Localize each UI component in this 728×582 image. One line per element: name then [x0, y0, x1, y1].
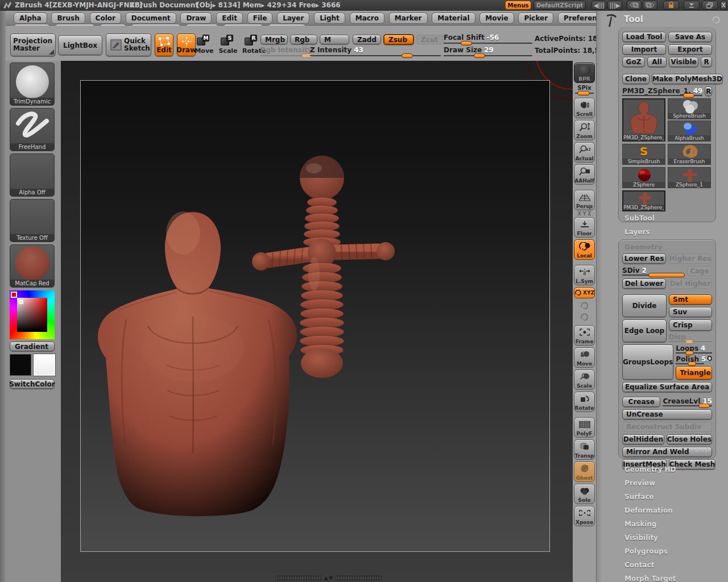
move-mode-icon[interactable]: M	[197, 35, 209, 45]
load-tool-button[interactable]: Load Tool	[622, 32, 666, 42]
bpr-button[interactable]: BPR	[574, 63, 595, 83]
scale-mode-label[interactable]: Scale	[218, 47, 238, 55]
export-button[interactable]: Export	[668, 44, 712, 55]
crease-button[interactable]: Crease	[622, 397, 660, 407]
quick-sketch-button[interactable]: Quick Sketch	[106, 34, 151, 56]
menu-draw[interactable]: Draw	[180, 13, 212, 24]
rotate-y-button[interactable]	[580, 300, 589, 311]
draw-button[interactable]: Draw	[177, 34, 196, 56]
palette-restore-icon[interactable]	[712, 15, 721, 24]
section-geometry[interactable]: Geometry	[624, 243, 712, 251]
suv-button[interactable]: Suv	[669, 307, 712, 317]
secondary-color-swatch[interactable]	[34, 354, 55, 376]
smt-button[interactable]: Smt	[669, 294, 712, 305]
menu-picker[interactable]: Picker	[518, 13, 553, 24]
make-polymesh3d-button[interactable]: Make PolyMesh3D	[652, 74, 723, 84]
m-button[interactable]: M	[320, 35, 349, 44]
tool-thumb-alphabrush[interactable]: AlphaBrush	[668, 120, 711, 142]
ghost-button[interactable]: Ghost	[574, 462, 595, 482]
section-subtool[interactable]: SubTool	[624, 214, 655, 222]
section-geometry-hd[interactable]: Geometry HD	[624, 465, 676, 473]
prev-document-icon[interactable]	[627, 1, 642, 10]
horizontal-scrollbar[interactable]: ▲▼	[276, 575, 382, 581]
tool-thumb-pm3d-zsphere-selected[interactable]: PM3D_ZSphere_	[622, 98, 665, 142]
goz-r-button[interactable]: R	[701, 57, 712, 67]
delhidden-button[interactable]: DelHidden	[622, 434, 664, 444]
zoom-button[interactable]: Zoom	[574, 120, 595, 140]
polish-slider[interactable]: Polish50	[676, 355, 712, 364]
menu-document[interactable]: Document	[126, 13, 176, 24]
transparency-button[interactable]: Transp	[574, 439, 595, 460]
brush-thumbnail-trimdynamic[interactable]: TrimDynamic	[10, 63, 55, 106]
menus-button[interactable]: Menus	[505, 1, 531, 10]
rotate-mode-icon[interactable]: R	[245, 35, 257, 45]
persp-button[interactable]: Persp	[574, 190, 595, 210]
zsub-button[interactable]: Zsub	[383, 34, 414, 45]
mrgb-button[interactable]: Mrgb	[260, 35, 288, 44]
rotate-button[interactable]: Rotate	[574, 392, 595, 412]
uncrease-button[interactable]: UnCrease	[622, 409, 712, 419]
import-button[interactable]: Import	[622, 44, 666, 55]
crisp-button[interactable]: Crisp	[669, 319, 712, 331]
stroke-thumbnail-freehand[interactable]: FreeHand	[10, 108, 55, 151]
aa-half-button[interactable]: AAHalf	[574, 164, 595, 185]
menu-alpha[interactable]: Alpha	[14, 13, 47, 24]
reconstruct-subdiv-button[interactable]: Reconstruct Subdiv	[622, 422, 712, 432]
divide-button[interactable]: Divide	[622, 294, 667, 317]
scale-mode-icon[interactable]: S	[221, 35, 233, 45]
scrollbar-track-left[interactable]	[276, 576, 322, 580]
section-polygroups[interactable]: Polygroups	[624, 547, 668, 555]
xpose-button[interactable]: Xpose	[574, 506, 595, 526]
lock-icon[interactable]	[663, 1, 679, 10]
creaselvl-slider[interactable]: CreaseLvl15	[663, 397, 712, 406]
goz-button[interactable]: GoZ	[622, 57, 645, 67]
all-button[interactable]: All	[647, 57, 667, 67]
lsym-button[interactable]: L.Sym	[574, 265, 595, 285]
tool-thumb-eraserbrush[interactable]: EraserBrush	[668, 144, 711, 165]
zadd-button[interactable]: Zadd	[353, 35, 381, 44]
minimize-icon[interactable]	[684, 1, 700, 10]
focal-shift-slider[interactable]: Focal Shift-56	[444, 34, 532, 44]
zcut-button[interactable]: Zcut	[416, 35, 444, 44]
rotate-xyz-button[interactable]: XYZ	[574, 287, 595, 298]
menu-layer[interactable]: Layer	[277, 13, 309, 24]
section-visibility[interactable]: Visibility	[624, 534, 658, 542]
active-tool-slider[interactable]: PM3D_ZSphere_1.49	[622, 87, 702, 96]
sdiv-slider[interactable]: SDiv2	[622, 267, 685, 276]
right-tray-toggle-icon[interactable]: |||▶	[607, 1, 622, 10]
visible-button[interactable]: Visible	[669, 57, 698, 67]
menu-marker[interactable]: Marker	[389, 13, 428, 24]
section-deformation[interactable]: Deformation	[624, 506, 673, 514]
menu-color[interactable]: Color	[90, 13, 121, 24]
scrollbar-track-right[interactable]	[336, 576, 382, 580]
polish-mode-toggle-icon[interactable]	[707, 356, 712, 361]
tool-thumb-zsphere[interactable]: ZSphere	[622, 167, 665, 188]
menu-movie[interactable]: Movie	[479, 13, 514, 24]
draw-size-slider[interactable]: Draw Size29	[444, 46, 532, 56]
spix-slider[interactable]: SPix	[574, 85, 595, 95]
zbrush-document[interactable]	[80, 80, 550, 552]
mirror-and-weld-button[interactable]: Mirror And Weld X Y Z	[622, 447, 712, 457]
tool-r-button[interactable]: R	[705, 86, 712, 96]
close-icon[interactable]: X	[720, 1, 727, 10]
move-button[interactable]: Move	[574, 347, 595, 368]
restore-icon[interactable]	[702, 1, 718, 10]
higher-res-button[interactable]: Higher Res	[668, 253, 712, 264]
switch-color-button[interactable]: SwitchColor	[10, 379, 55, 389]
groupsloops-button[interactable]: GroupsLoops	[622, 344, 673, 380]
triangle-button[interactable]: Triangle	[676, 366, 712, 380]
menu-light[interactable]: Light	[314, 13, 345, 24]
frame-button[interactable]: Frame	[574, 325, 595, 346]
menu-edit[interactable]: Edit	[216, 13, 243, 24]
tool-thumb-zsphere-1[interactable]: ZSphere_1	[668, 167, 711, 188]
lightbox-button[interactable]: LightBox	[58, 35, 102, 55]
del-higher-button[interactable]: Del Higher	[668, 278, 712, 289]
menu-file[interactable]: File	[247, 13, 273, 24]
menu-macro[interactable]: Macro	[350, 13, 384, 24]
color-picker[interactable]	[10, 290, 55, 339]
mirror-axes-label[interactable]: X Y Z	[696, 448, 709, 453]
scale-button[interactable]: Scale	[574, 369, 595, 390]
tool-thumb-simplebrush[interactable]: S SimpleBrush	[622, 144, 665, 165]
section-contact[interactable]: Contact	[624, 561, 654, 569]
section-surface[interactable]: Surface	[624, 493, 654, 501]
